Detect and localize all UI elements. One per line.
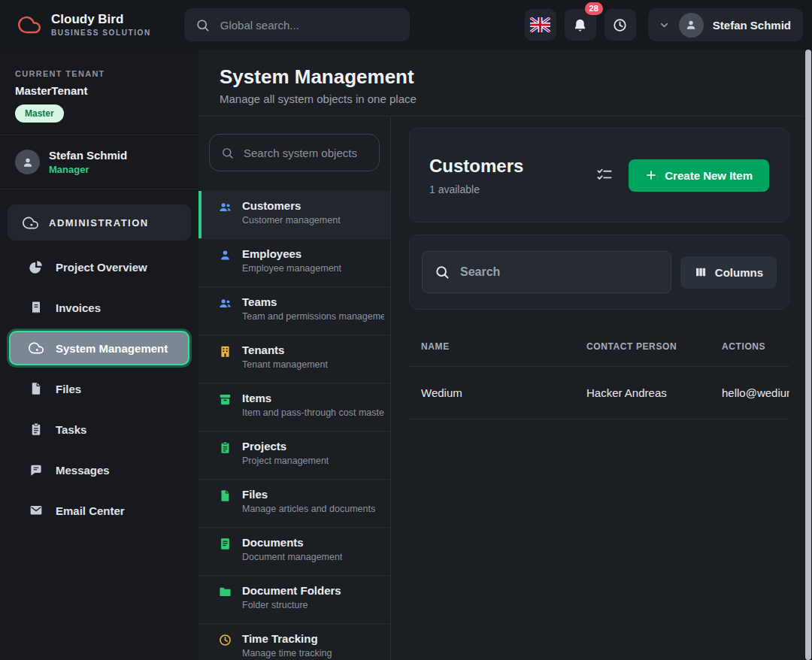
object-item-title: Projects (242, 440, 329, 453)
sidebar-item-label: Project Overview (56, 261, 147, 274)
object-item-document-folders[interactable]: Document FoldersFolder structure (198, 576, 390, 624)
folder-icon (218, 585, 232, 623)
tenant-badge: Master (15, 104, 64, 123)
page-title: System Management (220, 65, 791, 89)
detail-panel: Customers 1 available Create New Item (391, 117, 812, 660)
administration-label: ADMINISTRATION (49, 217, 149, 229)
sidebar-item-project-overview[interactable]: Project Overview (9, 250, 189, 284)
object-item-title: Customers (242, 199, 341, 212)
table-row[interactable]: WediumHacker Andreashello@wedium (409, 367, 789, 419)
vertical-scrollbar[interactable] (804, 50, 812, 660)
cloud-gear-icon (29, 341, 44, 356)
table-search-input[interactable] (459, 265, 659, 280)
cell-actions: hello@wedium (722, 386, 789, 399)
columns-button[interactable]: Columns (680, 256, 777, 289)
create-new-item-button[interactable]: Create New Item (629, 159, 769, 192)
brand-subtitle: BUSINESS SOLUTION (51, 29, 151, 37)
object-item-subtitle: Manage time tracking (242, 648, 332, 658)
sidebar-nav: Project OverviewInvoicesSystem Managemen… (0, 250, 198, 528)
object-item-title: Employees (242, 247, 341, 260)
object-item-subtitle: Customer management (242, 215, 341, 226)
object-item-customers[interactable]: CustomersCustomer management (198, 191, 390, 239)
object-item-title: Teams (242, 295, 384, 308)
clipboard-icon (29, 422, 44, 437)
person-icon (684, 18, 698, 32)
table-body: WediumHacker Andreashello@wedium (409, 367, 789, 419)
object-item-subtitle: Tenant management (242, 359, 328, 370)
notifications-button[interactable]: 28 (565, 9, 596, 41)
object-item-subtitle: Document management (242, 552, 342, 562)
plus-icon (645, 169, 657, 181)
sidebar-item-invoices[interactable]: Invoices (9, 290, 189, 325)
object-item-files[interactable]: FilesManage articles and documents (198, 480, 390, 528)
sidebar-item-label: Invoices (56, 301, 101, 314)
sidebar-item-messages[interactable]: Messages (9, 453, 189, 487)
top-header: Cloudy Bird BUSINESS SOLUTION 28 (0, 0, 812, 50)
administration-section[interactable]: ADMINISTRATION (8, 204, 191, 241)
table-search[interactable] (422, 251, 671, 293)
bell-icon (572, 17, 588, 33)
scrollbar-thumb[interactable] (805, 50, 811, 660)
object-item-subtitle: Manage articles and documents (242, 504, 375, 514)
person-icon (218, 248, 232, 286)
global-search-input[interactable] (219, 18, 398, 32)
object-item-title: Files (242, 488, 375, 501)
building-icon (218, 344, 232, 383)
search-icon (435, 265, 450, 280)
page-subtitle: Manage all system objects in one place (220, 92, 791, 105)
detail-header-card: Customers 1 available Create New Item (409, 128, 789, 223)
time-tracking-button[interactable] (604, 9, 636, 41)
message-icon (29, 462, 44, 477)
file-icon (29, 381, 44, 396)
header-user-name: Stefan Schmid (713, 19, 791, 32)
search-icon (221, 147, 234, 159)
table-toolbar-card: Columns (409, 235, 789, 310)
people-icon (218, 296, 232, 335)
sidebar-item-email-center[interactable]: Email Center (9, 493, 189, 528)
object-item-subtitle: Employee management (242, 263, 341, 274)
create-button-label: Create New Item (665, 169, 753, 182)
sidebar-user-role: Manager (49, 164, 127, 175)
email-icon (29, 503, 44, 518)
object-item-subtitle: Project management (242, 456, 329, 466)
brand: Cloudy Bird BUSINESS SOLUTION (15, 13, 151, 37)
detail-header-text: Customers 1 available (429, 156, 523, 195)
checklist-button[interactable] (595, 166, 614, 184)
columns-icon (694, 265, 707, 279)
objects-search[interactable] (209, 134, 380, 171)
object-item-teams[interactable]: TeamsTeam and permissions management (198, 287, 390, 335)
object-item-time-tracking[interactable]: Time TrackingManage time tracking (198, 624, 390, 660)
notification-badge: 28 (585, 2, 603, 15)
sidebar-item-files[interactable]: Files (9, 371, 189, 406)
cloud-logo-icon (15, 14, 44, 36)
object-item-documents[interactable]: DocumentsDocument management (198, 528, 390, 576)
search-icon (195, 18, 210, 32)
object-item-employees[interactable]: EmployeesEmployee management (198, 239, 390, 287)
sidebar-user-text: Stefan Schmid Manager (49, 149, 127, 175)
user-menu[interactable]: Stefan Schmid (648, 8, 803, 41)
sidebar-item-label: Messages (56, 464, 110, 477)
object-item-tenants[interactable]: TenantsTenant management (198, 335, 390, 383)
sidebar-item-tasks[interactable]: Tasks (9, 412, 189, 447)
object-item-subtitle: Team and permissions management (242, 311, 384, 322)
sidebar-item-system-management[interactable]: System Management (9, 331, 189, 365)
divider (0, 189, 198, 189)
object-item-projects[interactable]: ProjectsProject management (198, 431, 390, 480)
table-header-row: NAMECONTACT PERSONACTIONS (409, 326, 789, 367)
clock-icon (612, 17, 628, 33)
invoice-icon (29, 300, 44, 315)
main-area: System Management Manage all system obje… (198, 50, 812, 660)
global-search[interactable] (184, 8, 410, 41)
page-header: System Management Manage all system obje… (198, 50, 812, 117)
object-item-title: Time Tracking (242, 632, 332, 645)
sidebar-item-label: System Management (56, 342, 168, 355)
document-icon (218, 537, 232, 575)
object-item-items[interactable]: ItemsItem and pass-through cost master (198, 383, 390, 431)
object-item-title: Document Folders (242, 584, 341, 597)
column-header-actions: ACTIONS (722, 341, 789, 352)
cell-name: Wedium (421, 386, 586, 399)
people-icon (218, 200, 232, 238)
clock-icon (218, 633, 232, 660)
objects-search-input[interactable] (242, 146, 368, 160)
language-flag-button[interactable] (525, 9, 556, 41)
